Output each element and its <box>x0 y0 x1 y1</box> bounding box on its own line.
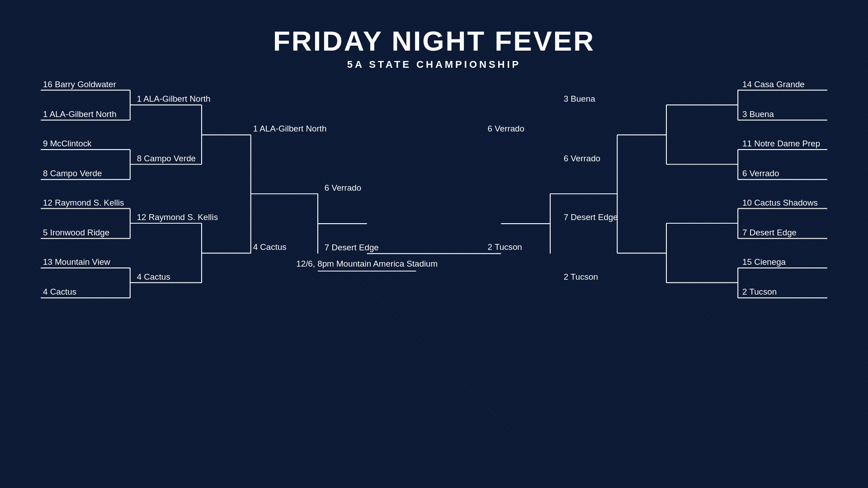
svg-text:2 Tucson: 2 Tucson <box>742 287 777 296</box>
svg-text:3 Buena: 3 Buena <box>742 109 774 119</box>
bracket-container: 16 Barry Goldwater 1 ALA-Gilbert North 1… <box>36 72 832 461</box>
svg-text:2 Tucson: 2 Tucson <box>488 242 522 252</box>
subtitle: 5A STATE CHAMPIONSHIP <box>0 59 868 70</box>
svg-text:9 McClintock: 9 McClintock <box>43 139 92 148</box>
bracket-svg: 16 Barry Goldwater 1 ALA-Gilbert North 1… <box>36 72 832 461</box>
svg-text:2 Tucson: 2 Tucson <box>564 272 598 282</box>
svg-text:12/6, 8pm Mountain America Sta: 12/6, 8pm Mountain America Stadium <box>296 259 438 268</box>
main-title: FRIDAY NIGHT FEVER <box>0 25 868 57</box>
svg-text:5 Ironwood Ridge: 5 Ironwood Ridge <box>43 228 109 237</box>
svg-text:1 ALA-Gilbert North: 1 ALA-Gilbert North <box>43 109 117 119</box>
svg-text:13 Mountain View: 13 Mountain View <box>43 257 110 267</box>
svg-text:7 Desert Edge: 7 Desert Edge <box>564 212 618 222</box>
svg-text:6 Verrado: 6 Verrado <box>325 183 361 192</box>
svg-text:1 ALA-Gilbert North: 1 ALA-Gilbert North <box>137 94 211 103</box>
svg-text:6 Verrado: 6 Verrado <box>488 124 524 133</box>
page-header: FRIDAY NIGHT FEVER 5A STATE CHAMPIONSHIP <box>0 0 868 70</box>
svg-text:4 Cactus: 4 Cactus <box>253 242 287 252</box>
svg-text:3 Buena: 3 Buena <box>564 94 595 103</box>
svg-text:15 Cienega: 15 Cienega <box>742 257 786 267</box>
svg-text:1 ALA-Gilbert North: 1 ALA-Gilbert North <box>253 124 327 133</box>
svg-text:6 Verrado: 6 Verrado <box>564 154 600 163</box>
svg-text:14 Casa Grande: 14 Casa Grande <box>742 80 805 89</box>
svg-text:10 Cactus Shadows: 10 Cactus Shadows <box>742 198 818 207</box>
svg-text:6 Verrado: 6 Verrado <box>742 169 779 178</box>
svg-text:7 Desert Edge: 7 Desert Edge <box>325 243 379 252</box>
svg-text:8 Campo Verde: 8 Campo Verde <box>137 154 196 163</box>
svg-text:4 Cactus: 4 Cactus <box>43 287 76 296</box>
svg-text:8 Campo Verde: 8 Campo Verde <box>43 169 102 178</box>
svg-text:12 Raymond S. Kellis: 12 Raymond S. Kellis <box>137 212 218 222</box>
svg-text:4 Cactus: 4 Cactus <box>137 272 170 282</box>
svg-text:16 Barry Goldwater: 16 Barry Goldwater <box>43 80 116 89</box>
svg-text:12 Raymond S. Kellis: 12 Raymond S. Kellis <box>43 198 124 207</box>
svg-text:7 Desert Edge: 7 Desert Edge <box>742 228 797 237</box>
svg-text:11 Notre Dame Prep: 11 Notre Dame Prep <box>742 139 820 148</box>
